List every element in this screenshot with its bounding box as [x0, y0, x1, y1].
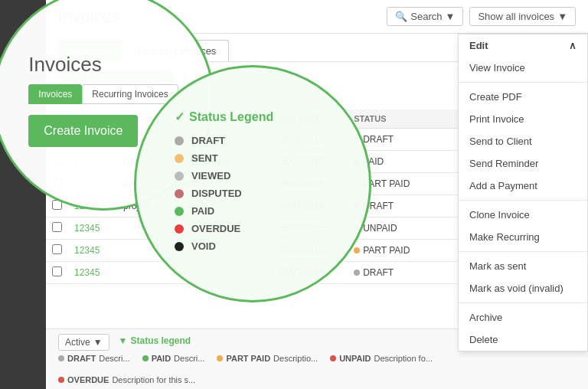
zoom-legend-item: SENT — [175, 152, 242, 164]
zoom-legend-dot — [175, 136, 184, 145]
zoom-legend-item: PAID — [175, 205, 242, 217]
legend-dot — [142, 355, 149, 361]
legend-dot — [58, 355, 64, 361]
legend-dot — [58, 377, 64, 383]
row-inv-num: 12345 — [68, 217, 117, 240]
legend-dot — [330, 355, 336, 361]
menu-divider — [459, 302, 587, 303]
menu-item-clone-invoice[interactable]: Clone Invoice — [459, 204, 587, 226]
chevron-down-icon: ▼ — [446, 11, 456, 22]
zoom-legend-item-label: SENT — [191, 152, 218, 164]
zoom-legend-item-label: DISPUTED — [191, 188, 242, 199]
zoom-legend-title: ✓ Status Legend — [175, 110, 273, 124]
legend-header: ▼ Status legend — [119, 335, 191, 346]
legend-items: DRAFT Descri...PAID Descri...PART PAID D… — [58, 354, 576, 384]
zoom-legend-item: DISPUTED — [175, 188, 242, 199]
zoom-legend-dot — [175, 224, 184, 234]
menu-item-mark-as-void-(invalid)[interactable]: Mark as void (invalid) — [459, 277, 587, 299]
menu-item-view-invoice[interactable]: View Invoice — [459, 57, 587, 79]
row-checkbox[interactable] — [46, 240, 68, 262]
zoom-circle-right: ✓ Status Legend DRAFTSENTVIEWEDDISPUTEDP… — [134, 65, 371, 302]
menu-item-send-to-client[interactable]: Send to Client — [459, 130, 587, 152]
zoom-legend-item: OVERDUE — [175, 223, 242, 234]
zoom-legend-label: Status Legend — [189, 110, 273, 124]
search-label: Search — [410, 11, 442, 22]
menu-item-create-pdf[interactable]: Create PDF — [459, 86, 587, 108]
zoom-legend-item-label: DRAFT — [191, 135, 225, 146]
menu-item-archive[interactable]: Archive — [459, 306, 587, 329]
legend-item: PAID Descri... — [142, 354, 205, 363]
menu-divider — [459, 82, 587, 83]
zoom-legend-dot — [175, 172, 184, 181]
row-inv-num: 12345 — [68, 262, 117, 284]
menu-divider — [459, 200, 587, 201]
zoom-legend-items: DRAFTSENTVIEWEDDISPUTEDPAIDOVERDUEVOID — [175, 135, 242, 258]
search-icon: 🔍 — [395, 11, 407, 22]
row-inv-num: 12345 — [68, 240, 117, 262]
zoom-legend-item-label: VOID — [191, 240, 216, 252]
row-status: DRAFT — [348, 262, 436, 284]
menu-item-send-reminder[interactable]: Send Reminder — [459, 152, 587, 175]
context-menu: Edit∧View InvoiceCreate PDFPrint Invoice… — [458, 34, 588, 351]
zoom-legend-item: VOID — [175, 240, 242, 252]
row-checkbox[interactable] — [46, 217, 68, 240]
zoom-legend-item: VIEWED — [175, 170, 242, 181]
zoom-legend-item-label: VIEWED — [191, 170, 230, 181]
menu-item-add-a-payment[interactable]: Add a Payment — [459, 175, 587, 197]
legend-item: UNPAID Description fo... — [330, 354, 433, 363]
show-all-button[interactable]: Show all invoices ▼ — [469, 7, 576, 26]
legend-title: Status legend — [130, 335, 191, 346]
active-dropdown[interactable]: Active ▼ — [58, 334, 109, 351]
menu-item-mark-as-sent[interactable]: Mark as sent — [459, 255, 587, 277]
legend-item: PART PAID Descriptio... — [217, 354, 318, 363]
zoom-legend-dot — [175, 189, 184, 198]
menu-item-edit[interactable]: Edit∧ — [459, 34, 587, 57]
chevron-up-icon: ∧ — [569, 40, 577, 51]
chevron-down-icon-2: ▼ — [557, 11, 567, 22]
row-status: PART PAID — [348, 240, 436, 262]
zoom-tab-recurring[interactable]: Recurring Invoices — [82, 84, 178, 104]
zoom-legend-dot — [175, 242, 184, 251]
zoom-tabs: Invoices Recurring Invoices — [28, 84, 178, 104]
zoom-legend-item-label: PAID — [191, 205, 214, 217]
active-label: Active — [65, 337, 90, 348]
legend-item: OVERDUE Description for this s... — [58, 375, 195, 384]
menu-divider — [459, 251, 587, 252]
menu-item-make-recurring[interactable]: Make Recurring — [459, 226, 587, 248]
zoom-legend-item-label: OVERDUE — [191, 223, 240, 234]
zoom-title: Invoices — [28, 53, 178, 77]
menu-item-print-invoice[interactable]: Print Invoice — [459, 108, 587, 130]
menu-item-delete[interactable]: Delete — [459, 329, 587, 351]
show-all-label: Show all invoices — [478, 11, 554, 22]
chevron-down-icon-5: ✓ — [175, 110, 185, 124]
top-bar-right: 🔍 Search ▼ Show all invoices ▼ — [387, 7, 576, 26]
zoom-legend-dot — [175, 207, 184, 216]
chevron-down-icon-3: ▼ — [93, 337, 103, 348]
zoom-legend-item: DRAFT — [175, 135, 242, 146]
zoom-legend-dot — [175, 154, 184, 163]
zoom-create-invoice-button[interactable]: Create Invoice — [28, 115, 138, 147]
legend-dot — [217, 355, 223, 361]
search-button[interactable]: 🔍 Search ▼ — [387, 7, 463, 26]
th-status: STATUS — [348, 110, 436, 129]
zoom-tab-invoices[interactable]: Invoices — [28, 84, 82, 104]
row-checkbox[interactable] — [46, 262, 68, 284]
chevron-down-icon-4: ▼ — [119, 335, 128, 346]
legend-item: DRAFT Descri... — [58, 354, 130, 363]
